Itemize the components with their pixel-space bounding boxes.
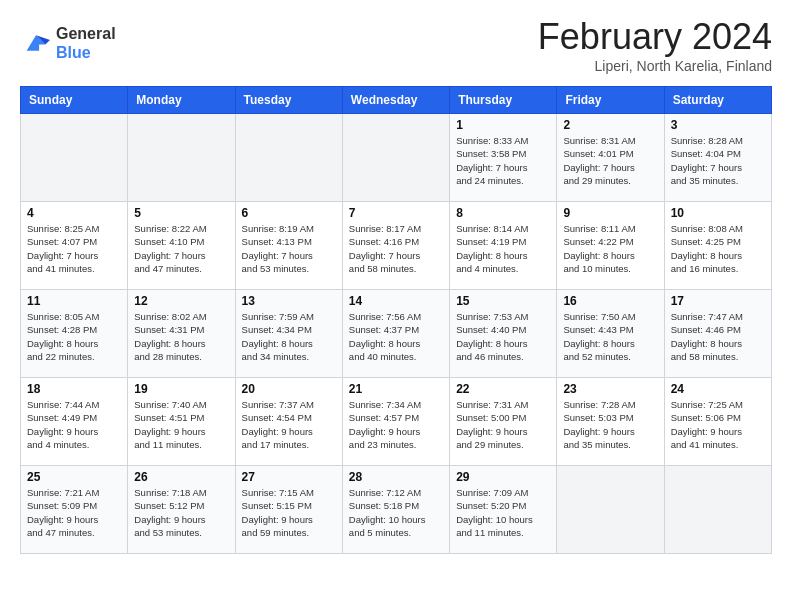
day-info: Sunrise: 7:56 AM Sunset: 4:37 PM Dayligh… xyxy=(349,310,443,363)
day-number: 23 xyxy=(563,382,657,396)
calendar-cell xyxy=(235,114,342,202)
header: General Blue February 2024 Liperi, North… xyxy=(20,16,772,74)
calendar-cell xyxy=(21,114,128,202)
day-info: Sunrise: 8:28 AM Sunset: 4:04 PM Dayligh… xyxy=(671,134,765,187)
calendar-cell: 21Sunrise: 7:34 AM Sunset: 4:57 PM Dayli… xyxy=(342,378,449,466)
day-number: 24 xyxy=(671,382,765,396)
day-info: Sunrise: 7:28 AM Sunset: 5:03 PM Dayligh… xyxy=(563,398,657,451)
day-number: 9 xyxy=(563,206,657,220)
month-title: February 2024 xyxy=(538,16,772,58)
day-info: Sunrise: 7:09 AM Sunset: 5:20 PM Dayligh… xyxy=(456,486,550,539)
calendar-cell: 22Sunrise: 7:31 AM Sunset: 5:00 PM Dayli… xyxy=(450,378,557,466)
calendar-cell: 28Sunrise: 7:12 AM Sunset: 5:18 PM Dayli… xyxy=(342,466,449,554)
calendar-cell xyxy=(128,114,235,202)
calendar-cell: 16Sunrise: 7:50 AM Sunset: 4:43 PM Dayli… xyxy=(557,290,664,378)
title-area: February 2024 Liperi, North Karelia, Fin… xyxy=(538,16,772,74)
calendar-day-header: Sunday xyxy=(21,87,128,114)
day-info: Sunrise: 7:21 AM Sunset: 5:09 PM Dayligh… xyxy=(27,486,121,539)
calendar-cell: 6Sunrise: 8:19 AM Sunset: 4:13 PM Daylig… xyxy=(235,202,342,290)
day-number: 18 xyxy=(27,382,121,396)
logo: General Blue xyxy=(20,24,116,62)
day-number: 13 xyxy=(242,294,336,308)
calendar-cell: 11Sunrise: 8:05 AM Sunset: 4:28 PM Dayli… xyxy=(21,290,128,378)
logo-text: General Blue xyxy=(56,24,116,62)
calendar-cell xyxy=(664,466,771,554)
day-info: Sunrise: 8:08 AM Sunset: 4:25 PM Dayligh… xyxy=(671,222,765,275)
day-number: 15 xyxy=(456,294,550,308)
day-number: 21 xyxy=(349,382,443,396)
day-info: Sunrise: 8:19 AM Sunset: 4:13 PM Dayligh… xyxy=(242,222,336,275)
day-info: Sunrise: 7:44 AM Sunset: 4:49 PM Dayligh… xyxy=(27,398,121,451)
day-info: Sunrise: 8:05 AM Sunset: 4:28 PM Dayligh… xyxy=(27,310,121,363)
day-number: 11 xyxy=(27,294,121,308)
calendar-day-header: Monday xyxy=(128,87,235,114)
calendar-table: SundayMondayTuesdayWednesdayThursdayFrid… xyxy=(20,86,772,554)
day-info: Sunrise: 7:40 AM Sunset: 4:51 PM Dayligh… xyxy=(134,398,228,451)
day-info: Sunrise: 7:47 AM Sunset: 4:46 PM Dayligh… xyxy=(671,310,765,363)
calendar-cell: 9Sunrise: 8:11 AM Sunset: 4:22 PM Daylig… xyxy=(557,202,664,290)
calendar-day-header: Thursday xyxy=(450,87,557,114)
day-number: 14 xyxy=(349,294,443,308)
day-info: Sunrise: 7:53 AM Sunset: 4:40 PM Dayligh… xyxy=(456,310,550,363)
calendar-week-row: 4Sunrise: 8:25 AM Sunset: 4:07 PM Daylig… xyxy=(21,202,772,290)
day-number: 8 xyxy=(456,206,550,220)
day-number: 25 xyxy=(27,470,121,484)
day-number: 20 xyxy=(242,382,336,396)
day-number: 17 xyxy=(671,294,765,308)
calendar-cell: 17Sunrise: 7:47 AM Sunset: 4:46 PM Dayli… xyxy=(664,290,771,378)
day-info: Sunrise: 7:18 AM Sunset: 5:12 PM Dayligh… xyxy=(134,486,228,539)
day-number: 4 xyxy=(27,206,121,220)
calendar-cell: 8Sunrise: 8:14 AM Sunset: 4:19 PM Daylig… xyxy=(450,202,557,290)
day-info: Sunrise: 8:31 AM Sunset: 4:01 PM Dayligh… xyxy=(563,134,657,187)
calendar-cell xyxy=(557,466,664,554)
day-number: 5 xyxy=(134,206,228,220)
day-number: 2 xyxy=(563,118,657,132)
day-info: Sunrise: 8:11 AM Sunset: 4:22 PM Dayligh… xyxy=(563,222,657,275)
calendar-cell: 15Sunrise: 7:53 AM Sunset: 4:40 PM Dayli… xyxy=(450,290,557,378)
calendar-cell: 18Sunrise: 7:44 AM Sunset: 4:49 PM Dayli… xyxy=(21,378,128,466)
day-number: 26 xyxy=(134,470,228,484)
calendar-cell: 2Sunrise: 8:31 AM Sunset: 4:01 PM Daylig… xyxy=(557,114,664,202)
calendar-cell: 14Sunrise: 7:56 AM Sunset: 4:37 PM Dayli… xyxy=(342,290,449,378)
day-number: 22 xyxy=(456,382,550,396)
day-number: 1 xyxy=(456,118,550,132)
calendar-header-row: SundayMondayTuesdayWednesdayThursdayFrid… xyxy=(21,87,772,114)
calendar-cell: 1Sunrise: 8:33 AM Sunset: 3:58 PM Daylig… xyxy=(450,114,557,202)
calendar-cell xyxy=(342,114,449,202)
day-info: Sunrise: 7:34 AM Sunset: 4:57 PM Dayligh… xyxy=(349,398,443,451)
day-info: Sunrise: 7:15 AM Sunset: 5:15 PM Dayligh… xyxy=(242,486,336,539)
calendar-cell: 25Sunrise: 7:21 AM Sunset: 5:09 PM Dayli… xyxy=(21,466,128,554)
calendar-cell: 7Sunrise: 8:17 AM Sunset: 4:16 PM Daylig… xyxy=(342,202,449,290)
calendar-cell: 20Sunrise: 7:37 AM Sunset: 4:54 PM Dayli… xyxy=(235,378,342,466)
calendar-cell: 19Sunrise: 7:40 AM Sunset: 4:51 PM Dayli… xyxy=(128,378,235,466)
calendar-cell: 27Sunrise: 7:15 AM Sunset: 5:15 PM Dayli… xyxy=(235,466,342,554)
calendar-cell: 5Sunrise: 8:22 AM Sunset: 4:10 PM Daylig… xyxy=(128,202,235,290)
calendar-week-row: 18Sunrise: 7:44 AM Sunset: 4:49 PM Dayli… xyxy=(21,378,772,466)
calendar-cell: 29Sunrise: 7:09 AM Sunset: 5:20 PM Dayli… xyxy=(450,466,557,554)
day-info: Sunrise: 7:59 AM Sunset: 4:34 PM Dayligh… xyxy=(242,310,336,363)
day-number: 27 xyxy=(242,470,336,484)
day-number: 28 xyxy=(349,470,443,484)
calendar-day-header: Friday xyxy=(557,87,664,114)
calendar-day-header: Tuesday xyxy=(235,87,342,114)
calendar-week-row: 11Sunrise: 8:05 AM Sunset: 4:28 PM Dayli… xyxy=(21,290,772,378)
day-number: 29 xyxy=(456,470,550,484)
calendar-cell: 26Sunrise: 7:18 AM Sunset: 5:12 PM Dayli… xyxy=(128,466,235,554)
location: Liperi, North Karelia, Finland xyxy=(538,58,772,74)
day-number: 6 xyxy=(242,206,336,220)
day-info: Sunrise: 7:12 AM Sunset: 5:18 PM Dayligh… xyxy=(349,486,443,539)
day-number: 16 xyxy=(563,294,657,308)
calendar-cell: 12Sunrise: 8:02 AM Sunset: 4:31 PM Dayli… xyxy=(128,290,235,378)
day-number: 7 xyxy=(349,206,443,220)
day-info: Sunrise: 8:33 AM Sunset: 3:58 PM Dayligh… xyxy=(456,134,550,187)
calendar-day-header: Wednesday xyxy=(342,87,449,114)
calendar-cell: 10Sunrise: 8:08 AM Sunset: 4:25 PM Dayli… xyxy=(664,202,771,290)
day-info: Sunrise: 7:37 AM Sunset: 4:54 PM Dayligh… xyxy=(242,398,336,451)
calendar-cell: 23Sunrise: 7:28 AM Sunset: 5:03 PM Dayli… xyxy=(557,378,664,466)
calendar-week-row: 25Sunrise: 7:21 AM Sunset: 5:09 PM Dayli… xyxy=(21,466,772,554)
day-info: Sunrise: 8:22 AM Sunset: 4:10 PM Dayligh… xyxy=(134,222,228,275)
calendar-cell: 3Sunrise: 8:28 AM Sunset: 4:04 PM Daylig… xyxy=(664,114,771,202)
logo-icon xyxy=(20,29,52,57)
calendar-cell: 13Sunrise: 7:59 AM Sunset: 4:34 PM Dayli… xyxy=(235,290,342,378)
day-info: Sunrise: 7:31 AM Sunset: 5:00 PM Dayligh… xyxy=(456,398,550,451)
